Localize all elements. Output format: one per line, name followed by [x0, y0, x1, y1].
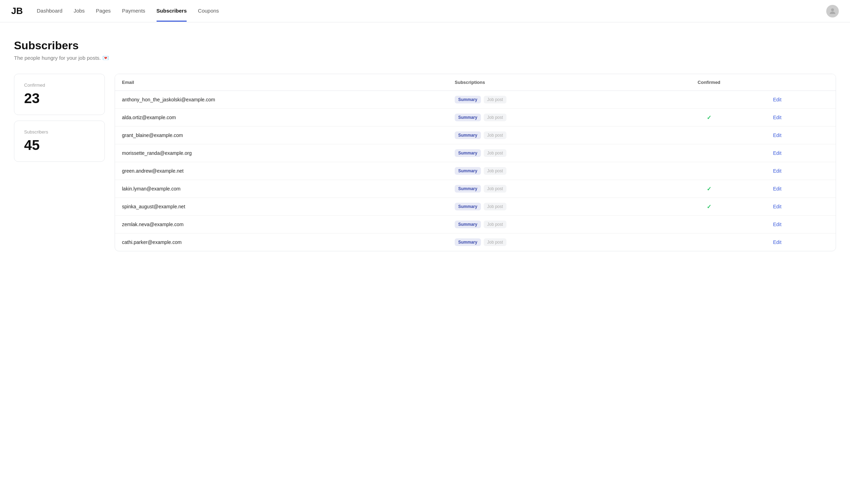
check-icon: ✓	[707, 115, 711, 121]
email-cell: morissette_randa@example.org	[115, 144, 448, 162]
navbar: JB DashboardJobsPagesPaymentsSubscribers…	[0, 0, 850, 22]
table-row: alda.ortiz@example.com Summary Job post …	[115, 109, 836, 127]
confirmed-cell	[652, 162, 766, 180]
jobpost-badge: Job post	[484, 96, 506, 103]
edit-button[interactable]: Edit	[773, 132, 781, 138]
subscriptions-cell: Summary Job post	[448, 144, 652, 162]
email-cell: spinka_august@example.net	[115, 198, 448, 216]
table-row: cathi.parker@example.com Summary Job pos…	[115, 233, 836, 251]
avatar[interactable]	[826, 5, 839, 17]
logo[interactable]: JB	[11, 6, 23, 16]
nav-link-coupons[interactable]: Coupons	[198, 1, 219, 22]
summary-badge: Summary	[455, 167, 481, 175]
confirmed-cell: ✓	[652, 198, 766, 216]
summary-badge: Summary	[455, 131, 481, 139]
action-cell: Edit	[766, 144, 836, 162]
email-cell: grant_blaine@example.com	[115, 127, 448, 144]
action-cell: Edit	[766, 162, 836, 180]
summary-badge: Summary	[455, 221, 481, 228]
nav-link-dashboard[interactable]: Dashboard	[37, 1, 62, 22]
col-actions	[766, 74, 836, 91]
confirmed-cell	[652, 144, 766, 162]
edit-button[interactable]: Edit	[773, 115, 781, 120]
jobpost-badge: Job post	[484, 185, 506, 193]
stat-value: 23	[24, 91, 95, 106]
subscriptions-cell: Summary Job post	[448, 109, 652, 127]
page-content: Subscribers The people hungry for your j…	[0, 22, 850, 268]
table-row: spinka_august@example.net Summary Job po…	[115, 198, 836, 216]
nav-link-jobs[interactable]: Jobs	[74, 1, 85, 22]
nav-link-subscribers[interactable]: Subscribers	[157, 1, 187, 22]
confirmed-cell	[652, 91, 766, 109]
table-row: green.andrew@example.net Summary Job pos…	[115, 162, 836, 180]
subscriptions-cell: Summary Job post	[448, 216, 652, 233]
action-cell: Edit	[766, 233, 836, 251]
subscriptions-cell: Summary Job post	[448, 198, 652, 216]
check-icon: ✓	[707, 186, 711, 192]
stat-cards: Confirmed 23 Subscribers 45	[14, 74, 105, 162]
summary-badge: Summary	[455, 185, 481, 193]
col-email: Email	[115, 74, 448, 91]
jobpost-badge: Job post	[484, 167, 506, 175]
edit-button[interactable]: Edit	[773, 168, 781, 174]
check-icon: ✓	[707, 204, 711, 210]
confirmed-cell: ✓	[652, 180, 766, 198]
action-cell: Edit	[766, 127, 836, 144]
stat-label: Confirmed	[24, 82, 95, 88]
col-confirmed: Confirmed	[652, 74, 766, 91]
svg-point-0	[831, 8, 834, 11]
table-row: morissette_randa@example.org Summary Job…	[115, 144, 836, 162]
nav-link-pages[interactable]: Pages	[96, 1, 111, 22]
action-cell: Edit	[766, 91, 836, 109]
action-cell: Edit	[766, 109, 836, 127]
email-cell: green.andrew@example.net	[115, 162, 448, 180]
nav-links: DashboardJobsPagesPaymentsSubscribersCou…	[37, 1, 826, 22]
col-subscriptions: Subscriptions	[448, 74, 652, 91]
email-cell: anthony_hon_the_jaskolski@example.com	[115, 91, 448, 109]
email-cell: lakin.lyman@example.com	[115, 180, 448, 198]
page-title: Subscribers	[14, 39, 836, 52]
table-row: anthony_hon_the_jaskolski@example.com Su…	[115, 91, 836, 109]
subscribers-table: Email Subscriptions Confirmed anthony_ho…	[115, 74, 836, 251]
email-cell: zemlak.neva@example.com	[115, 216, 448, 233]
jobpost-badge: Job post	[484, 221, 506, 228]
confirmed-cell	[652, 233, 766, 251]
jobpost-badge: Job post	[484, 149, 506, 157]
edit-button[interactable]: Edit	[773, 204, 781, 209]
stat-card: Subscribers 45	[14, 121, 105, 162]
jobpost-badge: Job post	[484, 114, 506, 121]
table-row: lakin.lyman@example.com Summary Job post…	[115, 180, 836, 198]
table-row: zemlak.neva@example.com Summary Job post…	[115, 216, 836, 233]
subscriptions-cell: Summary Job post	[448, 162, 652, 180]
stat-label: Subscribers	[24, 129, 95, 135]
stat-value: 45	[24, 137, 95, 153]
page-subtitle: The people hungry for your job posts. 💌	[14, 55, 836, 61]
confirmed-cell	[652, 216, 766, 233]
content-layout: Confirmed 23 Subscribers 45 Email Subscr…	[14, 74, 836, 251]
action-cell: Edit	[766, 216, 836, 233]
jobpost-badge: Job post	[484, 203, 506, 210]
edit-button[interactable]: Edit	[773, 150, 781, 156]
table-row: grant_blaine@example.com Summary Job pos…	[115, 127, 836, 144]
subscriptions-cell: Summary Job post	[448, 180, 652, 198]
jobpost-badge: Job post	[484, 238, 506, 246]
subscriptions-cell: Summary Job post	[448, 127, 652, 144]
edit-button[interactable]: Edit	[773, 222, 781, 227]
summary-badge: Summary	[455, 238, 481, 246]
confirmed-cell: ✓	[652, 109, 766, 127]
summary-badge: Summary	[455, 114, 481, 121]
edit-button[interactable]: Edit	[773, 239, 781, 245]
confirmed-cell	[652, 127, 766, 144]
edit-button[interactable]: Edit	[773, 186, 781, 192]
summary-badge: Summary	[455, 203, 481, 210]
action-cell: Edit	[766, 180, 836, 198]
summary-badge: Summary	[455, 96, 481, 103]
email-cell: alda.ortiz@example.com	[115, 109, 448, 127]
subscriptions-cell: Summary Job post	[448, 233, 652, 251]
stat-card: Confirmed 23	[14, 74, 105, 115]
edit-button[interactable]: Edit	[773, 97, 781, 102]
subscriptions-cell: Summary Job post	[448, 91, 652, 109]
email-cell: cathi.parker@example.com	[115, 233, 448, 251]
nav-link-payments[interactable]: Payments	[122, 1, 145, 22]
jobpost-badge: Job post	[484, 131, 506, 139]
